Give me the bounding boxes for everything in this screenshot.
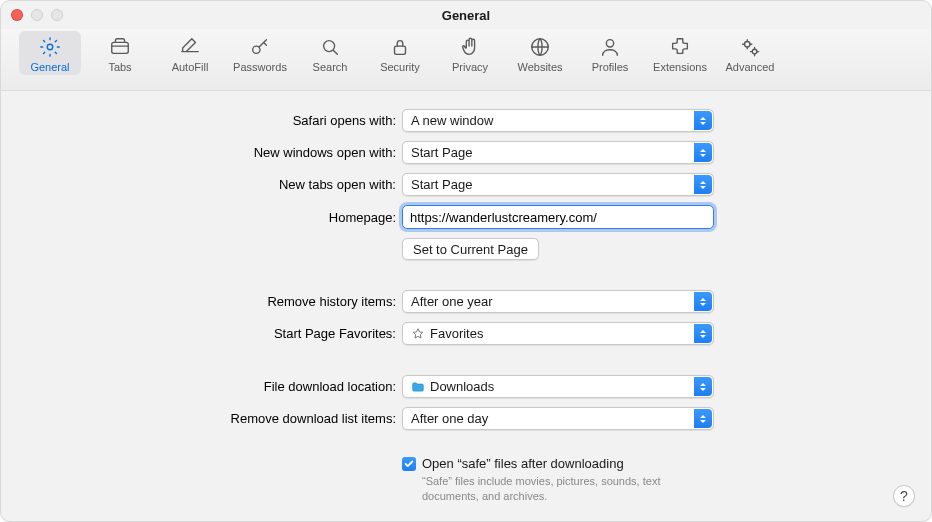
window-title: General	[442, 8, 490, 23]
select-value: After one day	[411, 411, 488, 426]
open-safe-help: “Safe” files include movies, pictures, s…	[422, 474, 662, 504]
search-icon	[316, 35, 344, 59]
label-new-tabs: New tabs open with:	[1, 177, 396, 192]
tab-label: General	[30, 61, 69, 73]
chevron-up-down-icon	[694, 324, 712, 343]
tab-passwords[interactable]: Passwords	[229, 31, 291, 75]
label-download-location: File download location:	[1, 379, 396, 394]
tab-label: Privacy	[452, 61, 488, 73]
tab-label: AutoFill	[172, 61, 209, 73]
label-opens-with: Safari opens with:	[1, 113, 396, 128]
tabs-icon	[106, 35, 134, 59]
svg-point-6	[606, 40, 613, 47]
minimize-window-button[interactable]	[31, 9, 43, 21]
titlebar: General	[1, 1, 931, 29]
tab-tabs[interactable]: Tabs	[89, 31, 151, 75]
label-remove-history: Remove history items:	[1, 294, 396, 309]
tab-label: Advanced	[726, 61, 775, 73]
lock-icon	[386, 35, 414, 59]
svg-point-0	[47, 44, 53, 50]
svg-point-7	[745, 42, 751, 48]
preferences-window: General General Tabs AutoFill	[0, 0, 932, 522]
select-value: Downloads	[430, 379, 494, 394]
tab-extensions[interactable]: Extensions	[649, 31, 711, 75]
select-value: After one year	[411, 294, 493, 309]
label-start-favorites: Start Page Favorites:	[1, 326, 396, 341]
homepage-field[interactable]	[402, 205, 714, 229]
folder-icon	[411, 380, 425, 394]
select-download-location[interactable]: Downloads	[402, 375, 714, 398]
tab-label: Tabs	[108, 61, 131, 73]
person-icon	[596, 35, 624, 59]
pencil-icon	[176, 35, 204, 59]
select-remove-downloads[interactable]: After one day	[402, 407, 714, 430]
traffic-lights	[11, 9, 63, 21]
select-start-favorites[interactable]: Favorites	[402, 322, 714, 345]
tab-autofill[interactable]: AutoFill	[159, 31, 221, 75]
tab-search[interactable]: Search	[299, 31, 361, 75]
help-button[interactable]: ?	[893, 485, 915, 507]
open-safe-checkbox[interactable]	[402, 457, 416, 471]
select-value: Start Page	[411, 145, 472, 160]
key-icon	[246, 35, 274, 59]
tab-general[interactable]: General	[19, 31, 81, 75]
open-safe-label: Open “safe” files after downloading	[422, 456, 662, 471]
tab-privacy[interactable]: Privacy	[439, 31, 501, 75]
toolbar: General Tabs AutoFill Passwords	[1, 29, 931, 91]
chevron-up-down-icon	[694, 111, 712, 130]
select-value: A new window	[411, 113, 493, 128]
select-new-windows[interactable]: Start Page	[402, 141, 714, 164]
tab-label: Passwords	[233, 61, 287, 73]
select-value: Favorites	[430, 326, 483, 341]
tab-profiles[interactable]: Profiles	[579, 31, 641, 75]
tab-advanced[interactable]: Advanced	[719, 31, 781, 75]
select-opens-with[interactable]: A new window	[402, 109, 714, 132]
chevron-up-down-icon	[694, 175, 712, 194]
hand-icon	[456, 35, 484, 59]
close-window-button[interactable]	[11, 9, 23, 21]
puzzle-icon	[666, 35, 694, 59]
content-area: Safari opens with: A new window New wind…	[1, 91, 931, 521]
tab-websites[interactable]: Websites	[509, 31, 571, 75]
label-remove-downloads: Remove download list items:	[1, 411, 396, 426]
chevron-up-down-icon	[694, 409, 712, 428]
label-new-windows: New windows open with:	[1, 145, 396, 160]
gears-icon	[736, 35, 764, 59]
zoom-window-button[interactable]	[51, 9, 63, 21]
gear-icon	[36, 35, 64, 59]
chevron-up-down-icon	[694, 143, 712, 162]
label-homepage: Homepage:	[1, 210, 396, 225]
chevron-up-down-icon	[694, 377, 712, 396]
tab-label: Security	[380, 61, 420, 73]
star-icon	[411, 327, 425, 341]
tab-label: Extensions	[653, 61, 707, 73]
set-current-page-button[interactable]: Set to Current Page	[402, 238, 539, 260]
select-remove-history[interactable]: After one year	[402, 290, 714, 313]
globe-icon	[526, 35, 554, 59]
svg-rect-1	[112, 42, 129, 53]
select-new-tabs[interactable]: Start Page	[402, 173, 714, 196]
tab-label: Profiles	[592, 61, 629, 73]
tab-security[interactable]: Security	[369, 31, 431, 75]
tab-label: Websites	[517, 61, 562, 73]
svg-rect-4	[395, 46, 406, 54]
chevron-up-down-icon	[694, 292, 712, 311]
select-value: Start Page	[411, 177, 472, 192]
tab-label: Search	[313, 61, 348, 73]
